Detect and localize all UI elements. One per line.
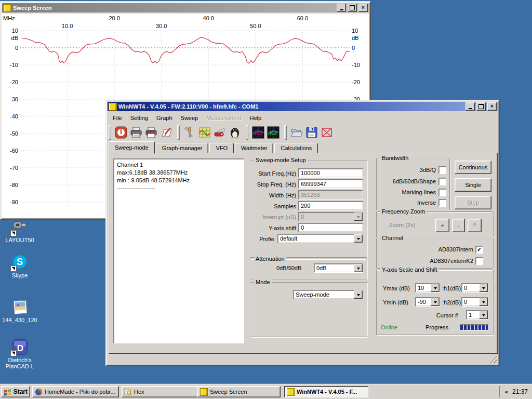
zoom-out-button[interactable]: - [452,219,465,232]
profile-combo[interactable]: default [277,234,363,243]
group-legend: Mode [254,278,272,286]
tab-wattmeter[interactable]: Wattmeter [235,143,273,153]
print-pdf-icon[interactable]: PDF [144,126,158,139]
cursor-combo[interactable]: 1 [466,310,488,320]
bandwidth-shape-checkbox[interactable] [438,178,446,185]
sweep-titlebar[interactable]: Sweep Screen × [2,3,369,12]
y-tick-label-left: -60 [10,148,18,154]
chevron-down-icon[interactable] [431,298,440,306]
desktop-icon-layout50[interactable]: ◥ LAYOUT50 [1,219,39,243]
group-legend: Channel [380,234,405,242]
y-tick-label-right: 0 [352,45,355,51]
interrupt-combo: 0 [298,212,363,221]
maximize-button[interactable] [348,4,357,12]
toolbar-grip[interactable] [177,125,180,140]
edit-icon[interactable] [159,126,173,139]
maximize-button[interactable] [476,102,486,111]
shift2-value: 0 [462,298,479,306]
tools-icon[interactable] [183,126,196,139]
chevron-down-icon[interactable] [354,264,363,272]
winnwt-titlebar[interactable]: WinNWT4 - V.4.05 - FW:2.110:V00 - hfm9.h… [108,102,498,111]
cursor-value: 1 [467,311,479,319]
print-icon[interactable] [129,126,143,139]
task-sweep-screen[interactable]: Sweep Screen [197,386,281,397]
continuous-button[interactable]: Continuous [455,161,491,174]
profile-label: Profie [250,236,274,242]
graph-grid-icon[interactable] [198,126,211,139]
desktop-icon-skype[interactable]: S ◥ Skype [1,254,39,278]
task-hex[interactable]: Hex [122,386,208,397]
chevron-down-icon[interactable] [354,290,363,299]
chevron-down-icon[interactable] [431,284,440,292]
tux-icon[interactable] [228,126,242,139]
ad8307intern-checkbox[interactable]: ✓ [475,246,483,254]
chevron-down-icon[interactable] [479,311,488,319]
open-folder-icon[interactable] [290,126,303,139]
ad8307extern-checkbox[interactable] [475,257,483,265]
tab-sweep-mode[interactable]: Sweep-mode [109,141,155,154]
y-tick-label-left: -80 [10,182,18,188]
shift2-label: :h2(dB) [442,299,461,305]
task-label: HomeMade - Pliki do pobr... [45,389,115,395]
task-winnwt[interactable]: WinNWT4 - V.4.05 - F... [284,386,368,397]
menu-file[interactable]: File [109,114,126,122]
stop-freq-field[interactable]: 69999347 [298,179,363,189]
start-freq-field[interactable]: 100000 [298,168,363,178]
svg-text:K2: K2 [270,130,277,136]
menu-help[interactable]: Help [245,114,265,122]
shift1-combo[interactable]: 0 [461,283,488,292]
y-axis-unit-left: dB [11,35,18,41]
start-freq-label: Start Freq.(Hz) [250,170,296,177]
power-icon[interactable] [114,126,128,139]
samples-field[interactable]: 200 [298,201,363,210]
tab-calculations[interactable]: Calculations [274,143,318,153]
chevron-down-icon[interactable] [479,284,488,292]
bandwidth-3db-checkbox[interactable] [438,166,446,174]
chevron-down-icon[interactable] [354,234,363,243]
toolbar-grip[interactable] [109,125,111,140]
ymin-combo[interactable]: -90 [415,297,440,307]
knife-icon[interactable] [213,126,227,139]
yaxis-group: Y-axis Scale and Shift Ymax (dB) 10 :h1(… [376,270,494,335]
menu-sweep[interactable]: Sweep [177,114,203,122]
desktop-icon-image-file[interactable]: 144_430_120 [1,299,39,323]
zoom-in-button[interactable]: + [435,219,449,232]
resize-grip[interactable] [490,356,497,363]
start-button[interactable]: Start [1,386,30,397]
minimize-button[interactable] [337,4,346,12]
bandwidth-group: Bandwidth 3dB/Q 6dB/60dB/Shape Marking-l… [376,158,450,210]
menu-setting[interactable]: Setting [126,114,152,122]
task-homemade[interactable]: HomeMade - Pliki do pobr... [32,386,119,397]
toolbar-grip[interactable] [284,125,287,140]
tab-graph-manager[interactable]: Graph-manager [156,143,209,153]
toolbar-grip[interactable] [246,125,248,140]
delete-curve-icon[interactable] [320,126,334,139]
marking-lines-checkbox[interactable] [438,189,446,196]
save-icon[interactable] [305,126,318,139]
k2-curve-icon[interactable]: K2 [267,126,280,139]
tray-chevron-icon[interactable]: « [505,389,508,395]
inverse-checkbox[interactable] [438,199,446,207]
chevron-down-icon[interactable] [479,298,488,306]
yshift-field[interactable]: 0 [298,223,363,232]
attenuation-combo[interactable]: 0dB [314,263,363,273]
desktop-icon-plancad[interactable]: D ◥ Dietrich's PlanCAD-L [1,339,39,369]
zoom-reset-button[interactable]: ^ [468,219,482,232]
task-label: Sweep Screen [210,389,247,395]
tab-vfo[interactable]: VFO [209,143,234,153]
minimize-button[interactable] [466,102,475,111]
interrupt-value: 0 [299,212,354,221]
sweep-trace [22,37,350,63]
close-button[interactable]: × [487,102,497,111]
layout50-icon: ◥ [11,219,29,235]
close-button[interactable]: × [358,4,368,12]
channel-info-list[interactable]: Channel 1 max:6.18dB 38.386577MHz min :-… [113,158,244,343]
k1-curve-icon[interactable]: K1 [251,126,265,139]
menu-graph[interactable]: Graph [152,114,177,122]
mode-combo[interactable]: Sweep-mode [293,290,363,299]
single-button[interactable]: Single [455,178,491,192]
shift2-combo[interactable]: 0 [461,297,488,307]
image-file-icon [11,299,29,315]
ymax-combo[interactable]: 10 [415,283,440,292]
x-tick-label: 60.0 [297,15,308,21]
